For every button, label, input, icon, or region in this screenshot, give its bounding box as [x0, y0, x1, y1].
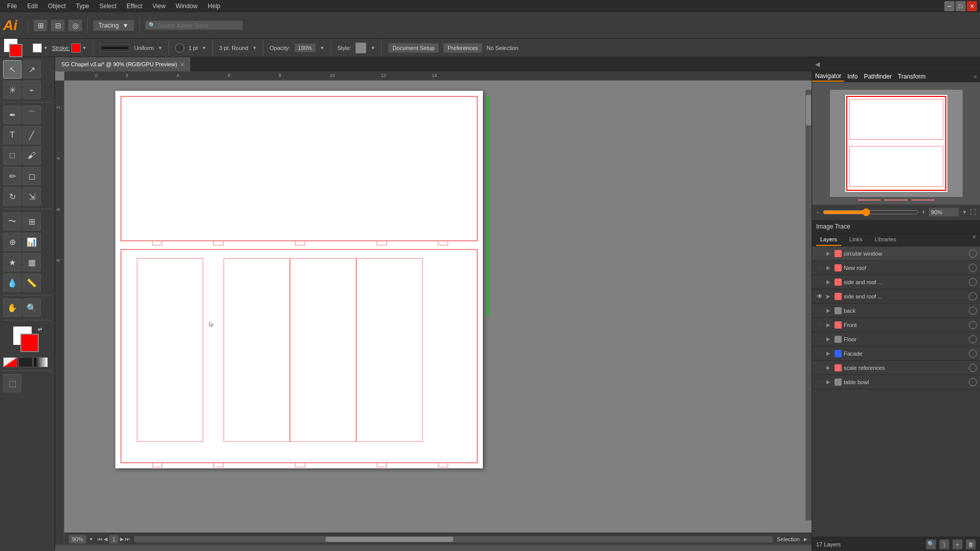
line-tool[interactable]: ╱	[22, 126, 41, 144]
layer-target-facade[interactable]	[969, 349, 977, 358]
tab-transform[interactable]: Transform	[895, 72, 928, 81]
expand-arrow-back[interactable]: ▶	[824, 307, 832, 315]
zoom-control[interactable]: 90% ▼	[68, 535, 93, 544]
magic-wand-tool[interactable]: ✳	[3, 81, 21, 99]
app-menu-view[interactable]: View	[149, 2, 170, 11]
find-layer-button[interactable]: ⤵	[939, 539, 949, 549]
minimize-button[interactable]: ─	[944, 1, 954, 11]
eraser-tool[interactable]: ◻	[22, 167, 41, 185]
expand-arrow-floor[interactable]: ▶	[824, 335, 832, 343]
style-box[interactable]	[355, 42, 366, 54]
scale-tool[interactable]: ⇲	[22, 187, 41, 206]
fill-none-button[interactable]	[3, 357, 17, 367]
layer-target-circular-window[interactable]	[969, 249, 977, 258]
tab-layers[interactable]: Layers	[816, 234, 841, 246]
layer-target-back[interactable]	[969, 307, 977, 315]
tab-info[interactable]: Info	[844, 72, 861, 81]
tab-libraries[interactable]: Libraries	[871, 234, 900, 246]
toolbar-icon-2[interactable]: ⊟	[51, 19, 65, 32]
eye-icon-back[interactable]: 👁	[815, 306, 824, 315]
layers-options-icon[interactable]: ≡	[973, 234, 976, 246]
nav-zoom-slider[interactable]	[823, 208, 919, 216]
preferences-button[interactable]: Preferences	[443, 43, 482, 53]
make-sublayer-button[interactable]: 🔍	[926, 539, 936, 549]
scrollbar-thumb-h[interactable]	[326, 537, 453, 542]
layer-item-side-roof-2[interactable]: 👁 ▶ side and roof ...	[812, 289, 980, 304]
nav-fit-icon[interactable]: ⛶	[970, 209, 976, 216]
expand-arrow-new-roof[interactable]: ▶	[824, 264, 832, 272]
stroke-color-swatch[interactable]	[9, 44, 22, 57]
nav-zoom-out-icon[interactable]: −	[816, 209, 820, 216]
page-prev-icon[interactable]: ◀	[104, 536, 108, 542]
scrollbar-vertical[interactable]	[805, 90, 812, 520]
app-menu-effect[interactable]: Effect	[122, 2, 146, 11]
app-menu-type[interactable]: Type	[72, 2, 93, 11]
expand-arrow-table-bowl[interactable]: ▶	[824, 378, 832, 386]
layer-target-side-roof-1[interactable]	[969, 278, 977, 286]
gradient-button[interactable]	[34, 357, 48, 367]
stroke-box[interactable]	[71, 43, 81, 53]
tracing-button[interactable]: Tracing ▼	[93, 20, 134, 31]
maximize-button[interactable]: □	[955, 1, 966, 11]
symbol-tool[interactable]: ★	[3, 253, 21, 271]
toolbar-icon-1[interactable]: ⊞	[33, 19, 47, 32]
close-button[interactable]: ✕	[967, 1, 977, 11]
panel-options-icon[interactable]: ≡	[974, 73, 977, 80]
stock-search-input[interactable]	[158, 22, 239, 29]
layer-item-scale-refs[interactable]: 👁 ▶ scale references	[812, 361, 980, 375]
free-transform-tool[interactable]: ⊞	[22, 212, 41, 231]
shape-builder-tool[interactable]: ⊕	[3, 233, 21, 251]
nav-zoom-input[interactable]	[928, 208, 959, 217]
delete-layer-button[interactable]: 🗑	[966, 539, 976, 549]
layer-target-floor[interactable]	[969, 335, 977, 343]
eye-icon-facade[interactable]: 👁	[815, 349, 824, 358]
paintbrush-tool[interactable]: 🖌	[22, 146, 41, 165]
rect-tool[interactable]: □	[3, 146, 21, 165]
tab-navigator[interactable]: Navigator	[812, 71, 844, 82]
page-last-icon[interactable]: ⏭	[125, 536, 130, 542]
layer-item-front[interactable]: 👁 ▶ Front	[812, 318, 980, 332]
direct-select-tool[interactable]: ↗	[22, 60, 41, 79]
app-menu-help[interactable]: Help	[204, 2, 225, 11]
eye-icon-front[interactable]: 👁	[815, 320, 824, 330]
eye-icon-circular-window[interactable]: 👁	[815, 249, 824, 258]
fill-box[interactable]	[33, 43, 42, 53]
chart-tool[interactable]: 📊	[22, 233, 41, 251]
curvature-tool[interactable]: ⌒	[22, 106, 41, 124]
stock-search-box[interactable]: 🔍	[145, 20, 243, 30]
layer-target-table-bowl[interactable]	[969, 378, 977, 386]
stroke-none-button[interactable]	[18, 357, 33, 367]
expand-arrow-facade[interactable]: ▶	[824, 349, 832, 358]
pen-tool[interactable]: ✒	[3, 106, 21, 124]
tab-links[interactable]: Links	[845, 234, 867, 246]
page-next-icon[interactable]: ▶	[120, 536, 124, 542]
layer-item-circular-window[interactable]: 👁 ▶ circular window	[812, 246, 980, 261]
artboard-tool[interactable]: ⬚	[3, 374, 21, 392]
canvas-area[interactable]: 0 2 4 6 8 10 12 14 2 4 6 8	[55, 71, 812, 545]
layer-target-scale-refs[interactable]	[969, 364, 977, 372]
page-first-icon[interactable]: ⏮	[97, 536, 103, 542]
lasso-tool[interactable]: ⌁	[22, 81, 41, 99]
stroke-line-selector[interactable]	[100, 44, 130, 52]
layer-item-back[interactable]: 👁 ▶ back	[812, 304, 980, 318]
layer-item-new-roof[interactable]: 👁 ▶ New roof	[812, 261, 980, 275]
eye-icon-side-roof-2[interactable]: 👁	[815, 292, 824, 301]
eye-icon-side-roof-1[interactable]: 👁	[815, 278, 824, 287]
zoom-tool[interactable]: 🔍	[22, 298, 41, 317]
panel-collapse-icon[interactable]: ◀	[815, 61, 820, 68]
app-menu-select[interactable]: Select	[95, 2, 120, 11]
warp-tool[interactable]: 〜	[3, 212, 21, 231]
expand-arrow-circular-window[interactable]: ▶	[824, 249, 832, 258]
app-menu-window[interactable]: Window	[172, 2, 202, 11]
eye-icon-scale-refs[interactable]: 👁	[815, 363, 824, 372]
background-color[interactable]	[20, 334, 39, 352]
layer-target-side-roof-2[interactable]	[969, 292, 977, 300]
app-menu-object[interactable]: Object	[44, 2, 70, 11]
expand-arrow-side-roof-1[interactable]: ▶	[824, 278, 832, 286]
toolbar-icon-3[interactable]: ◎	[68, 19, 82, 32]
layer-item-facade[interactable]: 👁 ▶ Facade	[812, 346, 980, 361]
new-layer-button[interactable]: +	[952, 539, 963, 549]
eye-icon-new-roof[interactable]: 👁	[815, 263, 824, 272]
eye-icon-table-bowl[interactable]: 👁	[815, 378, 824, 387]
layer-target-new-roof[interactable]	[969, 264, 977, 272]
